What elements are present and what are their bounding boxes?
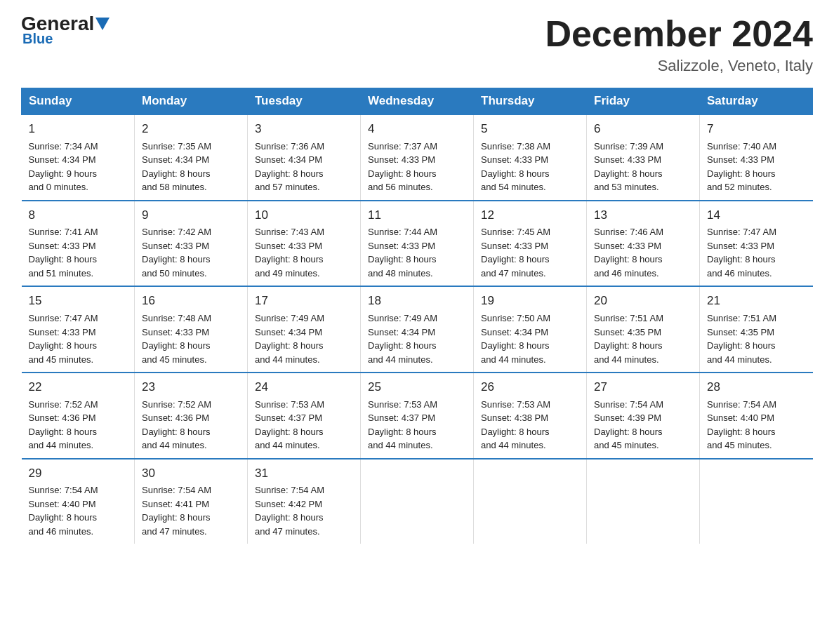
day-number: 9 [142,207,240,224]
day-header-tuesday: Tuesday [248,88,361,115]
calendar-cell: 10Sunrise: 7:43 AM Sunset: 4:33 PM Dayli… [248,201,361,287]
calendar-cell: 27Sunrise: 7:54 AM Sunset: 4:39 PM Dayli… [587,373,700,459]
calendar-cell: 29Sunrise: 7:54 AM Sunset: 4:40 PM Dayli… [22,459,135,544]
calendar-cell: 25Sunrise: 7:53 AM Sunset: 4:37 PM Dayli… [361,373,474,459]
calendar-cell: 9Sunrise: 7:42 AM Sunset: 4:33 PM Daylig… [135,201,248,287]
day-number: 28 [707,379,806,396]
calendar-cell: 20Sunrise: 7:51 AM Sunset: 4:35 PM Dayli… [587,286,700,373]
day-info: Sunrise: 7:46 AM Sunset: 4:33 PM Dayligh… [594,225,692,280]
calendar-cell: 3Sunrise: 7:36 AM Sunset: 4:34 PM Daylig… [248,114,361,201]
day-number: 13 [594,207,692,224]
day-header-friday: Friday [587,88,700,115]
day-number: 27 [594,379,692,396]
calendar-cell: 23Sunrise: 7:52 AM Sunset: 4:36 PM Dayli… [135,373,248,459]
day-info: Sunrise: 7:54 AM Sunset: 4:42 PM Dayligh… [255,483,353,538]
day-info: Sunrise: 7:50 AM Sunset: 4:34 PM Dayligh… [481,311,579,366]
logo: General Blue [21,14,111,47]
calendar-week-row: 15Sunrise: 7:47 AM Sunset: 4:33 PM Dayli… [22,286,813,373]
day-info: Sunrise: 7:53 AM Sunset: 4:37 PM Dayligh… [255,398,353,452]
day-number: 10 [255,207,353,224]
day-info: Sunrise: 7:54 AM Sunset: 4:40 PM Dayligh… [29,483,128,538]
day-number: 4 [368,121,466,138]
day-info: Sunrise: 7:34 AM Sunset: 4:34 PM Dayligh… [29,140,128,194]
day-number: 12 [481,207,579,224]
day-info: Sunrise: 7:35 AM Sunset: 4:34 PM Dayligh… [142,140,240,194]
day-number: 22 [29,379,128,396]
day-number: 11 [368,207,466,224]
calendar-cell: 12Sunrise: 7:45 AM Sunset: 4:33 PM Dayli… [474,201,587,287]
day-info: Sunrise: 7:40 AM Sunset: 4:33 PM Dayligh… [707,140,806,194]
calendar-cell: 2Sunrise: 7:35 AM Sunset: 4:34 PM Daylig… [135,114,248,201]
day-info: Sunrise: 7:53 AM Sunset: 4:37 PM Dayligh… [368,398,466,452]
calendar-cell: 22Sunrise: 7:52 AM Sunset: 4:36 PM Dayli… [22,373,135,459]
day-number: 14 [707,207,806,224]
calendar-cell: 8Sunrise: 7:41 AM Sunset: 4:33 PM Daylig… [22,201,135,287]
day-number: 16 [142,293,240,310]
day-number: 31 [255,465,353,483]
day-info: Sunrise: 7:52 AM Sunset: 4:36 PM Dayligh… [29,398,128,452]
day-number: 3 [255,121,353,138]
day-info: Sunrise: 7:54 AM Sunset: 4:40 PM Dayligh… [707,398,806,452]
calendar-cell [361,459,474,544]
day-number: 6 [594,121,692,138]
calendar-cell: 16Sunrise: 7:48 AM Sunset: 4:33 PM Dayli… [135,286,248,373]
day-info: Sunrise: 7:52 AM Sunset: 4:36 PM Dayligh… [142,398,240,452]
calendar-week-row: 8Sunrise: 7:41 AM Sunset: 4:33 PM Daylig… [22,201,813,287]
location-text: Salizzole, Veneto, Italy [545,57,813,75]
calendar-cell: 6Sunrise: 7:39 AM Sunset: 4:33 PM Daylig… [587,114,700,201]
calendar-cell [474,459,587,544]
day-number: 2 [142,121,240,138]
calendar-cell: 11Sunrise: 7:44 AM Sunset: 4:33 PM Dayli… [361,201,474,287]
day-number: 30 [142,465,240,483]
day-info: Sunrise: 7:54 AM Sunset: 4:41 PM Dayligh… [142,483,240,538]
logo-blue-text: Blue [22,31,53,47]
day-info: Sunrise: 7:48 AM Sunset: 4:33 PM Dayligh… [142,311,240,366]
day-info: Sunrise: 7:36 AM Sunset: 4:34 PM Dayligh… [255,140,353,194]
day-number: 15 [29,293,128,310]
day-info: Sunrise: 7:51 AM Sunset: 4:35 PM Dayligh… [707,311,806,366]
day-info: Sunrise: 7:45 AM Sunset: 4:33 PM Dayligh… [481,225,579,280]
calendar-cell: 17Sunrise: 7:49 AM Sunset: 4:34 PM Dayli… [248,286,361,373]
day-number: 5 [481,121,579,138]
day-info: Sunrise: 7:47 AM Sunset: 4:33 PM Dayligh… [29,311,128,366]
day-number: 29 [29,465,128,483]
calendar-cell: 14Sunrise: 7:47 AM Sunset: 4:33 PM Dayli… [700,201,813,287]
day-header-thursday: Thursday [474,88,587,115]
day-number: 7 [707,121,806,138]
day-number: 1 [29,121,128,138]
day-number: 20 [594,293,692,310]
day-info: Sunrise: 7:49 AM Sunset: 4:34 PM Dayligh… [255,311,353,366]
day-info: Sunrise: 7:38 AM Sunset: 4:33 PM Dayligh… [481,140,579,194]
day-header-wednesday: Wednesday [361,88,474,115]
calendar-cell: 1Sunrise: 7:34 AM Sunset: 4:34 PM Daylig… [22,114,135,201]
day-info: Sunrise: 7:42 AM Sunset: 4:33 PM Dayligh… [142,225,240,280]
calendar-cell: 5Sunrise: 7:38 AM Sunset: 4:33 PM Daylig… [474,114,587,201]
day-info: Sunrise: 7:44 AM Sunset: 4:33 PM Dayligh… [368,225,466,280]
day-number: 25 [368,379,466,396]
day-info: Sunrise: 7:41 AM Sunset: 4:33 PM Dayligh… [29,225,128,280]
calendar-cell: 13Sunrise: 7:46 AM Sunset: 4:33 PM Dayli… [587,201,700,287]
day-number: 8 [29,207,128,224]
day-info: Sunrise: 7:49 AM Sunset: 4:34 PM Dayligh… [368,311,466,366]
calendar-cell [587,459,700,544]
calendar-cell: 26Sunrise: 7:53 AM Sunset: 4:38 PM Dayli… [474,373,587,459]
day-number: 23 [142,379,240,396]
calendar-week-row: 29Sunrise: 7:54 AM Sunset: 4:40 PM Dayli… [22,459,813,544]
calendar-cell: 18Sunrise: 7:49 AM Sunset: 4:34 PM Dayli… [361,286,474,373]
day-number: 17 [255,293,353,310]
logo-triangle-icon [95,18,110,30]
month-title: December 2024 [545,14,813,54]
day-info: Sunrise: 7:54 AM Sunset: 4:39 PM Dayligh… [594,398,692,452]
day-header-monday: Monday [135,88,248,115]
day-number: 19 [481,293,579,310]
calendar-cell: 28Sunrise: 7:54 AM Sunset: 4:40 PM Dayli… [700,373,813,459]
calendar-cell: 31Sunrise: 7:54 AM Sunset: 4:42 PM Dayli… [248,459,361,544]
calendar-cell: 4Sunrise: 7:37 AM Sunset: 4:33 PM Daylig… [361,114,474,201]
calendar-cell: 24Sunrise: 7:53 AM Sunset: 4:37 PM Dayli… [248,373,361,459]
calendar-cell [700,459,813,544]
day-info: Sunrise: 7:47 AM Sunset: 4:33 PM Dayligh… [707,225,806,280]
calendar-cell: 15Sunrise: 7:47 AM Sunset: 4:33 PM Dayli… [22,286,135,373]
day-info: Sunrise: 7:39 AM Sunset: 4:33 PM Dayligh… [594,140,692,194]
calendar-cell: 21Sunrise: 7:51 AM Sunset: 4:35 PM Dayli… [700,286,813,373]
calendar-week-row: 22Sunrise: 7:52 AM Sunset: 4:36 PM Dayli… [22,373,813,459]
